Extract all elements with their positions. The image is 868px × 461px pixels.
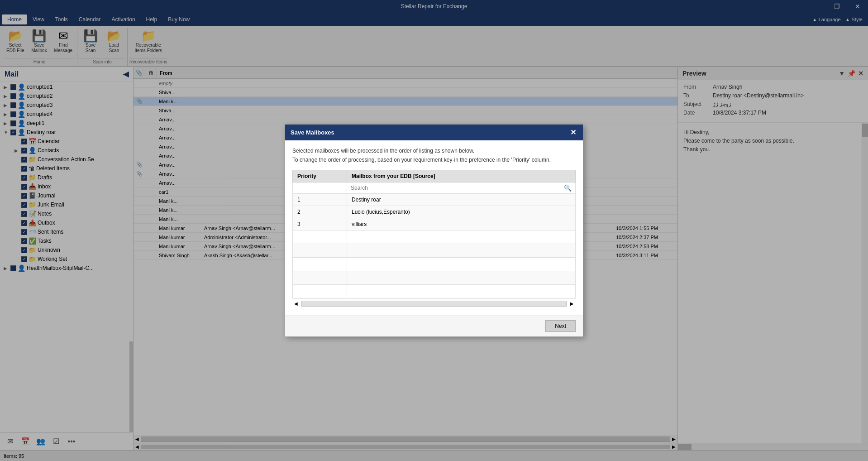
modal-description: Selected mailboxes will be processed in … — [292, 147, 576, 164]
save-mailboxes-dialog: Save Mailboxes ✕ Selected mailboxes will… — [285, 124, 583, 336]
mailbox-row-3[interactable]: 3 villiars — [293, 218, 576, 230]
mailbox-cell-2: Lucio (lucius,Esperanto) — [347, 206, 576, 218]
mailbox-row-2[interactable]: 2 Lucio (lucius,Esperanto) — [293, 206, 576, 218]
modal-hscroll-right[interactable]: ▶ — [568, 301, 576, 306]
modal-body: Selected mailboxes will be processed in … — [285, 140, 583, 315]
empty-row — [293, 271, 576, 284]
modal-footer: Next — [285, 315, 583, 336]
priority-cell-2[interactable]: 2 — [293, 206, 347, 218]
priority-cell-1[interactable]: 1 — [293, 193, 347, 206]
mailbox-cell-3: villiars — [347, 218, 576, 230]
empty-row — [293, 257, 576, 271]
modal-hscroll-container[interactable]: ◀ ▶ — [292, 298, 576, 309]
modal-overlay: Save Mailboxes ✕ Selected mailboxes will… — [0, 0, 868, 461]
mailbox-search-input[interactable] — [347, 182, 560, 193]
mailbox-table: Priority Mailbox from your EDB [Source] … — [292, 170, 576, 298]
empty-row — [293, 230, 576, 244]
mailbox-col-header: Mailbox from your EDB [Source] — [347, 170, 576, 182]
modal-header: Save Mailboxes ✕ — [285, 125, 583, 140]
empty-row — [293, 244, 576, 257]
empty-row — [293, 284, 576, 298]
mailbox-row-1[interactable]: 1 Destiny roar — [293, 193, 576, 206]
modal-hscroll-bar[interactable] — [301, 301, 567, 307]
modal-close-button[interactable]: ✕ — [568, 128, 577, 137]
search-icon[interactable]: 🔍 — [560, 182, 575, 193]
priority-col-header: Priority — [293, 170, 347, 182]
search-container: 🔍 — [347, 182, 575, 193]
modal-hscroll-left[interactable]: ◀ — [292, 301, 300, 306]
mailbox-cell-1: Destiny roar — [347, 193, 576, 206]
next-button[interactable]: Next — [545, 320, 576, 332]
search-row: 🔍 — [293, 182, 576, 193]
modal-title: Save Mailboxes — [291, 129, 334, 136]
priority-cell-3[interactable]: 3 — [293, 218, 347, 230]
